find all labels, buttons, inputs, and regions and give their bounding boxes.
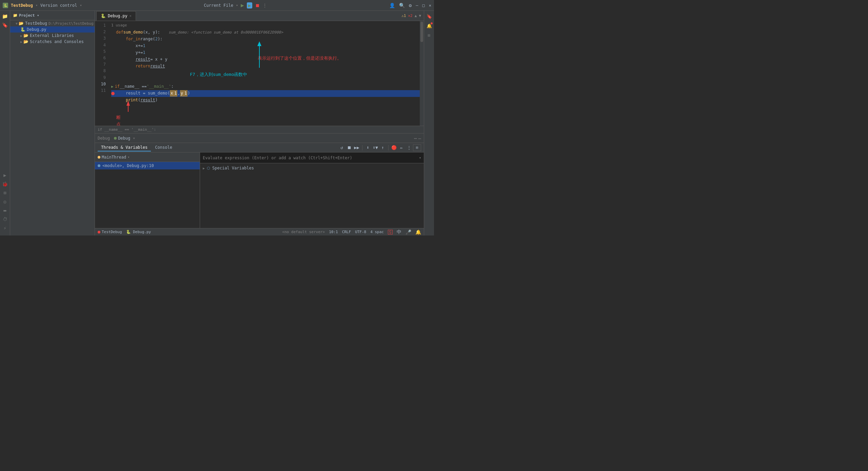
- evaluate-expression-input[interactable]: Evaluate expression (Enter) or add a wat…: [200, 152, 424, 163]
- scrollbar-down[interactable]: ▼: [419, 14, 421, 18]
- threads-variables-tab[interactable]: Threads & Variables: [98, 144, 151, 151]
- run-config-dropdown[interactable]: ▾: [236, 3, 238, 7]
- notifications-btn[interactable]: 🔔: [425, 22, 433, 30]
- debug-run-button[interactable]: ▶: [247, 2, 252, 8]
- bookmarks-panel-btn[interactable]: 🔖: [425, 12, 433, 20]
- bookmark-icon[interactable]: 🔖: [1, 21, 9, 29]
- special-variables-label: Special Variables: [212, 166, 254, 170]
- debug-status-dot: [98, 231, 100, 233]
- debug-panel-icon[interactable]: 🐞: [1, 180, 9, 188]
- code-line-9: ▶ if __name__ == '__main__':: [111, 83, 421, 90]
- debug-session-tab[interactable]: Debug ✕: [111, 135, 138, 142]
- scrollbar-up[interactable]: ▲: [415, 14, 417, 18]
- status-left: TestDebug 🐍 Debug.py: [98, 230, 151, 234]
- toolbar-sep2: [388, 145, 389, 150]
- debug-hide-button[interactable]: —: [418, 136, 421, 141]
- structure-icon[interactable]: ⊞: [1, 189, 9, 197]
- debug-session-label: Debug: [118, 136, 130, 141]
- svg-marker-2: [257, 41, 261, 46]
- more-debug-button[interactable]: ⋮: [406, 144, 412, 151]
- annotation-cyan-arrow: [256, 41, 263, 70]
- special-var-icon: ⬡: [207, 166, 210, 170]
- version-control-dropdown[interactable]: ▾: [80, 3, 82, 7]
- notification-dot: [431, 22, 433, 24]
- debug-py-tab[interactable]: 🐍 Debug.py ✕: [96, 11, 136, 21]
- scratches-and-consoles[interactable]: ▶ 📂 Scratches and Consoles: [10, 39, 95, 45]
- debug-py-file[interactable]: 🐍 Debug.py: [10, 26, 95, 33]
- status-position[interactable]: 10:1: [329, 230, 338, 234]
- debug-session-close[interactable]: ✕: [133, 136, 135, 140]
- stop-button[interactable]: ⏹: [255, 3, 260, 8]
- tab-py-icon: 🐍: [101, 14, 106, 18]
- usage-hint: 1 usage: [111, 22, 421, 28]
- git-icon[interactable]: ◎: [1, 198, 9, 206]
- account-icon[interactable]: 👤: [389, 3, 395, 8]
- status-line-ending[interactable]: CRLF: [342, 230, 351, 234]
- todo-icon[interactable]: ⏱: [1, 215, 9, 223]
- status-debug-session[interactable]: TestDebug: [98, 230, 122, 234]
- status-right: <no default server> 10:1 CRLF UTF-8 4 sp…: [282, 229, 421, 235]
- rerun-button[interactable]: ↺: [338, 144, 345, 151]
- status-file-label: 🐍 Debug.py: [126, 230, 151, 234]
- code-line-8: [111, 77, 421, 83]
- thread-dropdown-icon[interactable]: ▾: [127, 155, 130, 159]
- plugin-icon[interactable]: ⚡: [1, 224, 9, 232]
- structure-panel-btn[interactable]: ⊞: [425, 31, 433, 39]
- line-numbers: 1 2 3 4 5 6 7 8 9 10 11: [95, 21, 108, 126]
- version-control-label[interactable]: Version control: [40, 3, 77, 8]
- special-variables-row[interactable]: ▶ ⬡ Special Variables: [203, 165, 421, 171]
- status-indent[interactable]: 4 spac: [370, 230, 384, 234]
- resume-button[interactable]: ▶▶: [353, 144, 360, 151]
- variables-panel: Evaluate expression (Enter) or add a wat…: [200, 152, 424, 228]
- editor-footer: if __name__ == '__main__':: [95, 126, 424, 133]
- right-side-panel: 🔖 🔔 ⊞: [424, 11, 434, 236]
- warnings-badge: ⚠1: [401, 14, 406, 18]
- titlebar-left: 🐍 TestDebug ▾ Version control ▾: [3, 3, 82, 8]
- edit-breakpoints-button[interactable]: ✏: [398, 144, 405, 151]
- stop-debug-button[interactable]: ⏹: [346, 144, 353, 151]
- debug-more-button[interactable]: ⋯: [414, 136, 417, 141]
- titlebar-dropdown-icon[interactable]: ▾: [36, 3, 38, 7]
- debug-session-dot: [114, 137, 117, 140]
- code-area[interactable]: 1 usage def sum_demo(x, y): sum_demo: <f…: [108, 21, 424, 126]
- step-over-button[interactable]: ⬇: [364, 144, 371, 151]
- tab-close-button[interactable]: ✕: [130, 14, 132, 18]
- step-out-button[interactable]: ↑: [379, 144, 386, 151]
- debug-session-bar: Debug Debug ✕ ⋯ —: [95, 134, 424, 143]
- external-libraries-label: External Libraries: [30, 33, 74, 38]
- console-tab[interactable]: Console: [152, 144, 176, 151]
- file-tree-project-label[interactable]: Project ▾: [19, 13, 39, 18]
- settings-panel-button[interactable]: ⊟: [413, 144, 421, 151]
- code-line-11: print(result): [111, 97, 421, 104]
- debug-content: MainThread ▾ <module>, Debug.py:10 Evalu…: [95, 152, 424, 228]
- editor-scrollbar[interactable]: [420, 21, 424, 126]
- editor-area: 🐍 Debug.py ✕ ⚠1 ✕2 ▲ ▼ 1 2 3: [95, 11, 424, 236]
- project-panel-icon[interactable]: 📁: [1, 12, 9, 20]
- status-encoding[interactable]: UTF-8: [355, 230, 366, 234]
- frame-item-module[interactable]: <module>, Debug.py:10: [95, 162, 200, 169]
- external-libraries[interactable]: ▶ 📂 External Libraries: [10, 33, 95, 39]
- terminal-icon[interactable]: ▬: [1, 206, 9, 214]
- annotation-red: 表示运行到了这个位置，但是还没有执行。: [258, 55, 341, 62]
- notification-bell[interactable]: 🔔: [415, 229, 421, 235]
- minimize-button[interactable]: —: [416, 3, 418, 8]
- search-icon[interactable]: 🔍: [399, 3, 405, 8]
- root-folder-path: D:\Project\TestDebug: [48, 21, 93, 26]
- settings-icon[interactable]: ⚙: [409, 3, 412, 8]
- run-button[interactable]: ▶: [241, 2, 244, 8]
- titlebar: 🐍 TestDebug ▾ Version control ▾ Current …: [0, 0, 434, 11]
- run-panel-icon[interactable]: ▶: [1, 171, 9, 179]
- errors-badge: ✕2: [408, 14, 413, 18]
- step-into-button[interactable]: ⬇▼: [372, 144, 379, 151]
- code-line-7: [111, 70, 421, 77]
- breakpoint-dot[interactable]: [111, 92, 115, 95]
- root-folder[interactable]: ▼ 📂 TestDebug D:\Project\TestDebug: [10, 20, 95, 26]
- variables-collapse-btn[interactable]: ▾: [419, 156, 421, 160]
- tab-label: Debug.py: [108, 14, 127, 18]
- close-button[interactable]: ✕: [429, 3, 431, 8]
- breakpoints-button[interactable]: 🔴: [391, 144, 397, 151]
- more-options-button[interactable]: ⋮: [262, 3, 267, 8]
- file-tree: 📁 Project ▾ ▼ 📂 TestDebug D:\Project\Tes…: [10, 11, 95, 236]
- app-logo-text: TestDebug: [11, 3, 33, 8]
- maximize-button[interactable]: □: [422, 3, 425, 8]
